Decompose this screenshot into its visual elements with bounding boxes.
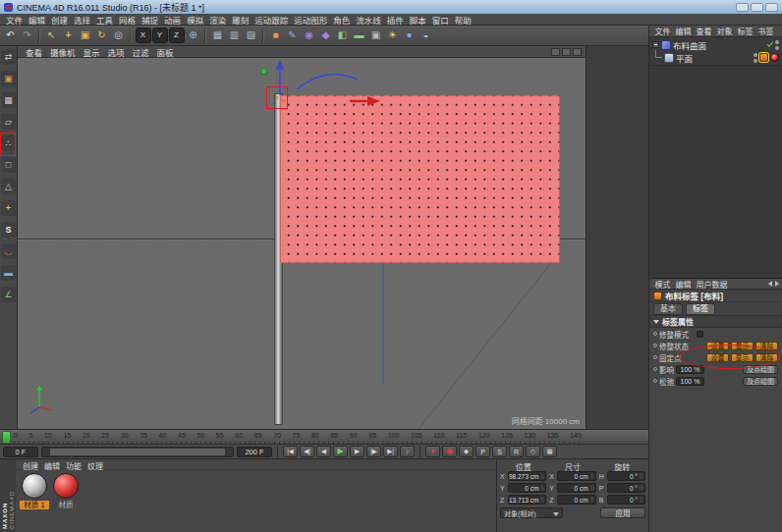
animation-dot-icon[interactable] [653, 379, 657, 383]
add-floor-icon[interactable]: ▬ [352, 27, 367, 43]
render-picture-viewer-icon[interactable]: ▥ [227, 27, 243, 43]
dress-mode-checkbox[interactable] [697, 331, 703, 338]
object-manager-menu-item[interactable]: 文件 [652, 26, 673, 36]
workplane-lock-icon[interactable]: ▬ [1, 265, 17, 281]
material-name[interactable]: 材质 1 [20, 501, 49, 509]
dress-state-clear-button[interactable]: 清除 [755, 342, 778, 350]
position-x-input[interactable]: -198.273 cm [508, 471, 546, 481]
object-row-cloth-surface[interactable]: 布料曲面 [649, 38, 782, 51]
material-item[interactable]: 材质 [51, 473, 81, 509]
menu-item[interactable]: 渲染 [206, 14, 229, 26]
history-back-icon[interactable] [768, 281, 772, 287]
visibility-dots[interactable] [754, 53, 757, 63]
render-settings-icon[interactable]: ▨ [244, 27, 259, 43]
prev-frame-button[interactable]: ◀ [316, 446, 331, 457]
maximize-view-icon[interactable] [573, 48, 582, 56]
coordinate-system-icon[interactable]: ⊕ [186, 27, 201, 43]
record-parameter-button[interactable]: ◇ [526, 446, 540, 457]
material-menu-item[interactable]: 纹理 [84, 460, 106, 469]
rotation-h-input[interactable]: 0 ° [607, 471, 645, 481]
add-light-icon[interactable]: ☀ [385, 27, 401, 43]
menu-item[interactable]: 模拟 [184, 14, 206, 26]
next-frame-button[interactable]: ▶ [350, 446, 364, 457]
make-editable-icon[interactable]: ⇄ [1, 49, 17, 65]
menu-item[interactable]: 编辑 [26, 14, 48, 26]
menu-item[interactable]: 帮助 [452, 14, 475, 26]
size-z-input[interactable]: 0 cm [557, 495, 595, 505]
rotate-icon[interactable]: ↻ [94, 27, 110, 43]
add-environment-icon[interactable]: ◒ [419, 27, 434, 43]
menu-item[interactable]: 运动图形 [291, 14, 330, 26]
history-forward-icon[interactable] [775, 281, 779, 287]
object-row-plane[interactable]: 平面 [649, 51, 782, 64]
animation-dot-icon[interactable] [653, 344, 657, 347]
menu-item[interactable]: 运动跟踪 [251, 14, 291, 26]
menu-item[interactable]: 动画 [161, 14, 184, 26]
timeline-playhead[interactable] [2, 431, 11, 444]
record-keyframe-button[interactable]: ● [425, 446, 440, 457]
snap-toggle-icon[interactable]: ◡ [1, 243, 17, 259]
model-mode-icon[interactable]: ▣ [1, 71, 17, 86]
tab-basic[interactable]: 基本 [653, 303, 683, 315]
end-frame-input[interactable]: 200 F [237, 447, 272, 457]
viewport-menu-item[interactable]: 过滤 [129, 46, 153, 58]
enabled-check-icon[interactable] [767, 40, 773, 46]
position-y-input[interactable]: 0 cm [508, 483, 546, 493]
viewport-menu-item[interactable]: 查看 [22, 46, 46, 58]
object-manager-menu-item[interactable]: 对象 [714, 26, 735, 36]
prev-key-button[interactable]: ◀| [300, 446, 314, 457]
live-selection-icon[interactable]: ↖ [44, 27, 60, 43]
play-button[interactable]: ▶ [333, 446, 348, 457]
record-pla-button[interactable]: ▦ [542, 446, 557, 457]
dress-state-set-button[interactable]: 设置 [706, 342, 729, 350]
fix-points-set-button[interactable]: 设置 [706, 353, 729, 362]
object-manager-menu-item[interactable]: 查看 [694, 26, 714, 36]
material-preview-sphere[interactable] [22, 473, 47, 499]
next-key-button[interactable]: |▶ [366, 446, 381, 457]
viewport-menu-item[interactable]: 摄像机 [46, 46, 80, 58]
viewport-solo-icon[interactable]: S [1, 222, 17, 238]
polygons-mode-icon[interactable]: △ [1, 179, 17, 194]
redo-icon[interactable]: ↷ [20, 27, 35, 43]
fix-points-clear-button[interactable]: 清除 [755, 353, 778, 362]
viewport-menu-item[interactable]: 面板 [153, 46, 178, 58]
goto-start-button[interactable]: |◀ [283, 446, 298, 457]
material-menu-item[interactable]: 功能 [63, 460, 84, 469]
fix-points-show-button[interactable]: 显示 [731, 353, 754, 362]
menu-item[interactable]: 流水线 [353, 14, 384, 26]
rotation-p-input[interactable]: 0 ° [607, 483, 645, 493]
scale-icon[interactable]: ▣ [78, 27, 93, 43]
viewport-canvas[interactable]: 网格间距 10000 cm [18, 58, 586, 429]
maximize-button[interactable] [751, 3, 763, 12]
relax-input[interactable]: 100 % [676, 377, 704, 386]
add-generator-icon[interactable]: ◆ [318, 27, 334, 43]
position-z-input[interactable]: 113.713 cm [508, 495, 546, 505]
minimize-button[interactable] [736, 3, 749, 12]
points-mode-icon[interactable]: ∴ [1, 135, 17, 151]
add-deformer-icon[interactable]: ◧ [335, 27, 351, 43]
lock-y-axis-button[interactable]: Y [152, 27, 168, 43]
edges-mode-icon[interactable]: □ [1, 157, 17, 173]
visibility-dots[interactable] [775, 40, 779, 50]
add-camera-icon[interactable]: ▣ [368, 27, 384, 43]
material-item[interactable]: 材质 1 [20, 473, 49, 509]
size-x-input[interactable]: 0 cm [557, 471, 595, 481]
material-menu-item[interactable]: 创建 [20, 460, 41, 469]
menu-item[interactable]: 捕捉 [139, 14, 161, 26]
record-scale-button[interactable]: S [492, 446, 507, 457]
workplane-mode-icon[interactable]: ▱ [1, 114, 17, 130]
material-preview-sphere[interactable] [53, 473, 79, 499]
lock-x-axis-button[interactable]: X [136, 27, 151, 43]
timeline-ruler[interactable]: 0510152025303540455055606570758085909510… [0, 429, 648, 444]
add-subdivision-surface-icon[interactable]: ◉ [302, 27, 317, 43]
add-spline-icon[interactable]: ✎ [285, 27, 301, 43]
menu-item[interactable]: 雕刻 [229, 14, 251, 26]
viewport-menu-item[interactable]: 显示 [80, 46, 104, 58]
keyframe-selection-button[interactable]: ◆ [459, 446, 474, 457]
single-view-icon[interactable] [551, 48, 560, 56]
texture-mode-icon[interactable]: ▦ [1, 92, 17, 108]
animation-dot-icon[interactable] [653, 367, 657, 371]
coordinate-mode-dropdown[interactable]: 对象(相对) [500, 507, 563, 518]
attribute-manager-menu-item[interactable]: 模式 [652, 279, 673, 290]
viewport-menu-item[interactable]: 选项 [104, 46, 129, 58]
